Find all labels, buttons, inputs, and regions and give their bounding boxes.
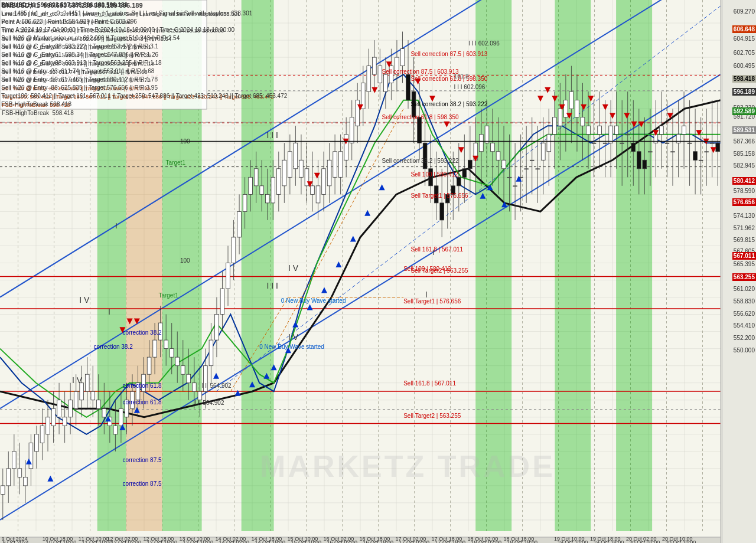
time-label-8: 15 Oct 10:00 bbox=[288, 536, 318, 542]
price-label-0: 609.270 bbox=[734, 8, 755, 15]
price-label-4: 600.495 bbox=[734, 63, 755, 69]
time-label-15: 19 Oct 10:00 bbox=[554, 536, 585, 542]
time-label-14: 18 Oct 18:00 bbox=[504, 536, 535, 542]
price-label-16: 576.656 bbox=[732, 198, 756, 206]
time-label-13: 18 Oct 02:00 bbox=[468, 536, 498, 542]
price-label-23: 563.255 bbox=[732, 273, 756, 281]
price-label-3: 602.705 bbox=[734, 50, 755, 56]
price-chart bbox=[0, 0, 756, 543]
price-label-6: 596.189 bbox=[732, 88, 756, 96]
price-label-12: 585.158 bbox=[734, 151, 755, 157]
price-label-11: 587.366 bbox=[734, 138, 755, 145]
time-label-3: 12 Oct 02:00 bbox=[107, 536, 138, 542]
price-label-17: 574.130 bbox=[734, 212, 755, 219]
price-label-2: 604.915 bbox=[734, 35, 755, 42]
time-label-16: 19 Oct 18:00 bbox=[590, 536, 621, 542]
time-label-1: 10 Oct 18:00 bbox=[43, 536, 73, 542]
price-label-13: 582.945 bbox=[734, 162, 755, 169]
time-label-11: 17 Oct 02:00 bbox=[396, 536, 426, 542]
price-label-10: 589.531 bbox=[732, 126, 756, 134]
time-label-17: 20 Oct 02:00 bbox=[626, 536, 657, 542]
price-label-27: 554.410 bbox=[734, 322, 755, 329]
price-label-25: 558.830 bbox=[734, 298, 755, 305]
time-label-4: 12 Oct 18:00 bbox=[144, 536, 174, 542]
price-label-29: 550.000 bbox=[734, 347, 755, 354]
chart-container: BNBUSD,H1 596.693 597.238 596.189 596.18… bbox=[0, 0, 756, 543]
price-label-1: 606.648 bbox=[732, 25, 756, 33]
time-label-10: 16 Oct 18:00 bbox=[360, 536, 390, 542]
price-label-5: 598.418 bbox=[732, 75, 756, 83]
time-label-6: 14 Oct 02:00 bbox=[216, 536, 246, 542]
price-label-22: 565.395 bbox=[734, 261, 755, 267]
time-axis: 9 Oct 202410 Oct 18:0011 Oct 10:0012 Oct… bbox=[0, 532, 721, 543]
price-label-28: 552.200 bbox=[734, 335, 755, 341]
price-label-24: 561.020 bbox=[734, 286, 755, 292]
price-label-9: 592.589 bbox=[732, 107, 756, 115]
time-label-2: 11 Oct 10:00 bbox=[79, 536, 109, 542]
price-label-14: 580.412 bbox=[732, 177, 756, 185]
time-label-18: 20 Oct 10:00 bbox=[662, 536, 693, 542]
time-label-0: 9 Oct 2024 bbox=[1, 536, 27, 542]
price-label-15: 578.590 bbox=[734, 188, 755, 194]
price-label-26: 556.620 bbox=[734, 310, 755, 317]
price-axis: 609.270606.648604.915602.705600.495598.4… bbox=[722, 0, 756, 543]
time-label-7: 14 Oct 18:00 bbox=[252, 536, 282, 542]
time-label-9: 16 Oct 02:00 bbox=[324, 536, 354, 542]
price-label-19: 569.815 bbox=[734, 237, 755, 243]
price-label-18: 571.962 bbox=[734, 225, 755, 231]
price-label-21: 567.011 bbox=[732, 252, 756, 260]
time-label-12: 17 Oct 18:00 bbox=[432, 536, 462, 542]
time-label-5: 13 Oct 10:00 bbox=[180, 536, 210, 542]
